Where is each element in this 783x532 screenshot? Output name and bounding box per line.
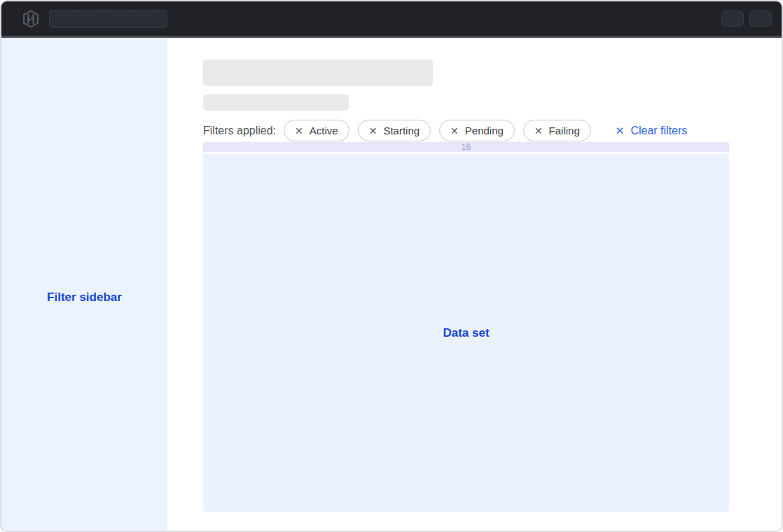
filters-applied-row: Filters applied: ✕ Active ✕ Starting ✕ P… (203, 120, 729, 141)
nav-search-placeholder[interactable] (49, 10, 167, 28)
clear-filters-link[interactable]: ✕ Clear filters (616, 125, 687, 137)
close-icon[interactable]: ✕ (369, 126, 377, 136)
result-count-label: 16 (462, 142, 471, 152)
filter-sidebar: Filter sidebar (1, 38, 167, 531)
main-content: Filters applied: ✕ Active ✕ Starting ✕ P… (167, 38, 782, 531)
top-nav-bar (1, 1, 782, 38)
data-set-label: Data set (443, 326, 489, 340)
close-icon[interactable]: ✕ (534, 126, 543, 136)
close-icon: ✕ (616, 125, 625, 136)
filter-chip-failing[interactable]: ✕ Failing (523, 120, 591, 141)
data-set-region: Data set (203, 154, 729, 512)
app-body: Filter sidebar Filters applied: ✕ Active… (1, 38, 782, 531)
page-title-placeholder (203, 59, 433, 86)
topbar-actions (721, 10, 772, 27)
topbar-action-placeholder-1[interactable] (721, 10, 744, 27)
hashicorp-logo-icon[interactable] (21, 9, 41, 29)
page-subtitle-placeholder (203, 94, 349, 111)
filter-chip-label: Pending (465, 125, 504, 136)
filter-chip-label: Active (310, 125, 338, 136)
close-icon[interactable]: ✕ (295, 126, 303, 136)
app-window: Filter sidebar Filters applied: ✕ Active… (0, 0, 783, 532)
topbar-action-placeholder-2[interactable] (749, 10, 772, 27)
filter-chip-label: Failing (549, 125, 580, 136)
filter-chip-active[interactable]: ✕ Active (284, 120, 349, 141)
filter-chip-pending[interactable]: ✕ Pending (439, 120, 515, 141)
filter-chip-starting[interactable]: ✕ Starting (358, 120, 431, 141)
filter-chip-label: Starting (383, 125, 420, 136)
result-count-bar: 16 (203, 142, 729, 152)
filters-applied-label: Filters applied: (203, 125, 276, 137)
clear-filters-label: Clear filters (630, 125, 687, 137)
close-icon[interactable]: ✕ (450, 126, 459, 136)
filter-sidebar-label: Filter sidebar (47, 290, 122, 304)
